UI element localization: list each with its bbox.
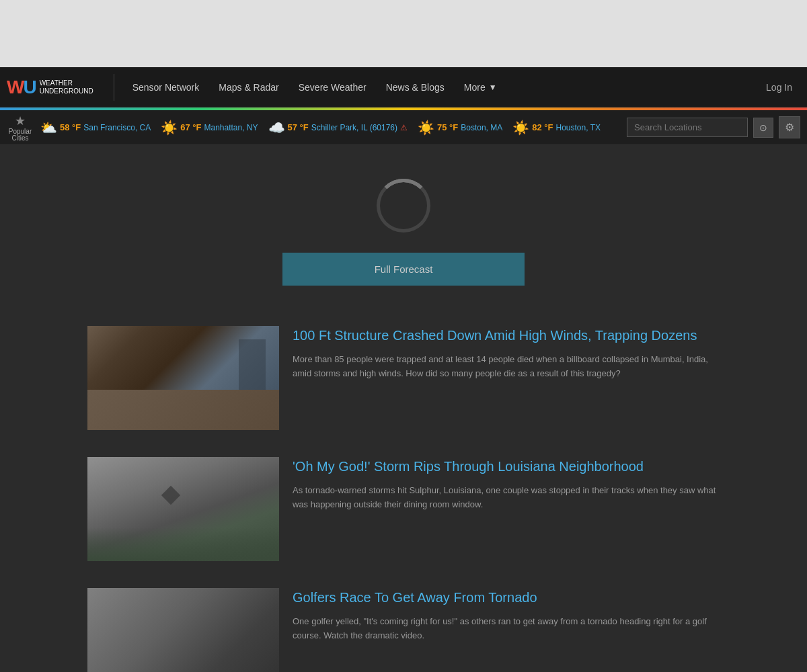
nav-more[interactable]: More ▼ [456, 78, 505, 97]
city-name-houston: Houston, TX [556, 123, 601, 132]
cities-label-cities: Cities [11, 135, 28, 142]
nav-sensor-network[interactable]: Sensor Network [124, 78, 208, 97]
city-temp-sf: 58 °F [60, 122, 81, 132]
city-temp-schiller: 57 °F [288, 122, 309, 132]
city-temp-ny: 67 °F [180, 122, 201, 132]
city-item-sf[interactable]: ⛅ 58 °F San Francisco, CA [40, 120, 151, 136]
city-item-schiller[interactable]: ☁️ 57 °F Schiller Park, IL (60176) ⚠ [268, 120, 408, 136]
city-temp-boston: 75 °F [437, 122, 458, 132]
search-button[interactable]: ⊙ [753, 118, 773, 138]
city-name-sf: San Francisco, CA [83, 123, 151, 132]
articles-section: 100 Ft Structure Crashed Down Amid High … [74, 326, 733, 672]
article-title-2[interactable]: 'Oh My God!' Storm Rips Through Louisian… [293, 457, 720, 476]
spinner-section: Full Forecast [188, 159, 619, 306]
logo-wu: WU [7, 77, 36, 98]
article-image-3[interactable] [87, 588, 279, 672]
article-image-2[interactable] [87, 457, 279, 561]
logo[interactable]: WU WEATHER UNDERGROUND [7, 77, 93, 98]
article-summary-2: As tornado-warned storms hit Sulphur, Lo… [293, 484, 720, 512]
popular-cities-star[interactable]: ★ Popular Cities [7, 114, 34, 142]
article-title-1[interactable]: 100 Ft Structure Crashed Down Amid High … [293, 326, 720, 345]
city-name-boston: Boston, MA [461, 123, 502, 132]
main-content: Full Forecast 100 Ft Structure Crashed D… [0, 145, 807, 672]
article-image-1[interactable] [87, 326, 279, 430]
navbar: WU WEATHER UNDERGROUND Sensor Network Ma… [0, 67, 807, 108]
cities-bar: ★ Popular Cities ⛅ 58 °F San Francisco, … [0, 110, 807, 145]
article-item: Golfers Race To Get Away From Tornado On… [87, 588, 720, 672]
top-banner [0, 0, 807, 67]
article-summary-1: More than 85 people were trapped and at … [293, 353, 720, 381]
search-container: ⊙ ⚙ [627, 116, 800, 138]
login-button[interactable]: Log In [758, 78, 800, 97]
nav-maps-radar[interactable]: Maps & Radar [210, 78, 286, 97]
city-icon-sf: ⛅ [40, 120, 57, 136]
article-summary-3: One golfer yelled, "It's coming right fo… [293, 615, 720, 643]
nav-severe-weather[interactable]: Severe Weather [291, 78, 375, 97]
article-title-3[interactable]: Golfers Race To Get Away From Tornado [293, 588, 720, 607]
cities-label-popular: Popular [9, 128, 32, 135]
city-icon-ny: ☀️ [161, 120, 178, 136]
city-name-schiller: Schiller Park, IL (60176) [311, 123, 397, 132]
logo-text: WEATHER UNDERGROUND [40, 79, 93, 95]
city-warning-icon: ⚠ [400, 123, 408, 132]
navbar-nav: Sensor Network Maps & Radar Severe Weath… [124, 78, 758, 97]
article-text-1: 100 Ft Structure Crashed Down Amid High … [293, 326, 720, 381]
nav-news-blogs[interactable]: News & Blogs [378, 78, 453, 97]
city-temp-houston: 82 °F [532, 122, 553, 132]
city-icon-boston: ☀️ [418, 120, 434, 136]
logo-w: W [7, 77, 23, 97]
city-item-houston[interactable]: ☀️ 82 °F Houston, TX [512, 120, 601, 136]
logo-u: U [23, 77, 35, 97]
city-icon-schiller: ☁️ [268, 120, 285, 136]
nav-more-label: More [464, 82, 486, 93]
city-icon-houston: ☀️ [512, 120, 529, 136]
city-item-ny[interactable]: ☀️ 67 °F Manhattan, NY [161, 120, 258, 136]
settings-button[interactable]: ⚙ [779, 116, 800, 138]
article-text-3: Golfers Race To Get Away From Tornado On… [293, 588, 720, 643]
chevron-down-icon: ▼ [489, 83, 497, 92]
city-name-ny: Manhattan, NY [204, 123, 258, 132]
search-input[interactable] [627, 118, 748, 137]
article-item: 'Oh My God!' Storm Rips Through Louisian… [87, 457, 720, 561]
article-text-2: 'Oh My God!' Storm Rips Through Louisian… [293, 457, 720, 512]
star-icon: ★ [15, 114, 26, 128]
full-forecast-button[interactable]: Full Forecast [282, 253, 525, 286]
loading-spinner [377, 179, 430, 233]
article-item: 100 Ft Structure Crashed Down Amid High … [87, 326, 720, 430]
navbar-divider [114, 74, 114, 101]
city-item-boston[interactable]: ☀️ 75 °F Boston, MA [418, 120, 502, 136]
